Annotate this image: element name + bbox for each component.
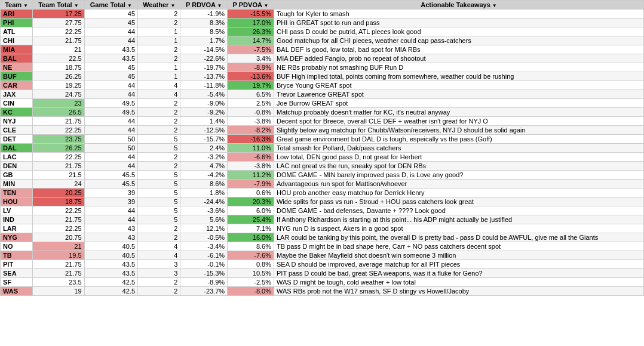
cell-team: NYJ xyxy=(1,117,33,126)
cell-team-total: 21.75 xyxy=(33,162,84,171)
cell-game-total: 44 xyxy=(84,215,137,224)
cell-team-total: 22.25 xyxy=(33,224,84,233)
cell-game-total: 44 xyxy=(84,36,137,45)
cell-team: TEN xyxy=(1,189,33,197)
cell-game-total: 40.5 xyxy=(84,251,137,260)
cell-weather: 4 xyxy=(138,251,180,260)
cell-weather: 3 xyxy=(138,260,180,269)
cell-weather: 4 xyxy=(138,90,180,99)
cell-team: NYG xyxy=(1,233,33,242)
table-row: ATL22.254418.5%26.3%CHI pass D could be … xyxy=(1,27,644,36)
cell-p-rdvoa: -1.9% xyxy=(180,10,228,18)
cell-game-total: 44 xyxy=(84,90,137,99)
cell-p-pdvoa: -2.5% xyxy=(228,278,274,287)
cell-game-total: 44 xyxy=(84,27,137,36)
cell-takeaway: Advantageous run spot for Mattison/whoev… xyxy=(274,180,643,189)
cell-takeaway: BUF High implied total, points coming fr… xyxy=(274,72,643,81)
cell-p-pdvoa: 6.5% xyxy=(228,90,274,99)
cell-team: LAR xyxy=(1,224,33,233)
table-row: PHI27.754528.3%17.0%PHI in GREAT spot to… xyxy=(1,18,644,27)
cell-game-total: 50 xyxy=(84,135,137,144)
dropdown-icon: ▼ xyxy=(264,3,269,8)
cell-game-total: 44 xyxy=(84,153,137,162)
cell-takeaway: DOME GAME - MIN barely improved pass D, … xyxy=(274,171,643,180)
cell-weather: 3 xyxy=(138,269,180,278)
cell-takeaway: Tough for Kyler to smash xyxy=(274,10,643,18)
cell-p-pdvoa: -8.9% xyxy=(228,63,274,72)
cell-team: GB xyxy=(1,171,33,180)
cell-p-pdvoa: 2.5% xyxy=(228,99,274,108)
cell-team-total: 22.25 xyxy=(33,153,84,162)
table-row: CLE22.25442-12.5%-8.2%Slightly below avg… xyxy=(1,126,644,135)
cell-team-total: 19.5 xyxy=(33,251,84,260)
col-header-team[interactable]: Team ▼ xyxy=(1,1,33,10)
cell-p-pdvoa: 11.2% xyxy=(228,171,274,180)
col-header-weather[interactable]: Weather ▼ xyxy=(138,1,180,10)
cell-p-pdvoa: -7.9% xyxy=(228,180,274,189)
col-header-teamTotal[interactable]: Team Total ▼ xyxy=(33,1,84,10)
cell-takeaway: TB pass D might be in bad shape here, Ca… xyxy=(274,242,643,251)
cell-p-rdvoa: 8.5% xyxy=(180,27,228,36)
cell-game-total: 50 xyxy=(84,144,137,153)
cell-team-total: 24 xyxy=(33,180,84,189)
cell-weather: 2 xyxy=(138,108,180,117)
col-header-pRdvoa[interactable]: P RDVOA ▼ xyxy=(180,1,228,10)
table-row: HOU18.75395-24.4%20.3%Wide splits for pa… xyxy=(1,197,644,206)
cell-team-total: 20.25 xyxy=(33,189,84,197)
cell-p-rdvoa: 2.4% xyxy=(180,144,228,153)
cell-p-rdvoa: 1.4% xyxy=(180,117,228,126)
table-row: NYG20.75432-0.5%16.0%LAR could be tankin… xyxy=(1,233,644,242)
col-header-gameTotal[interactable]: Game Total ▼ xyxy=(84,1,137,10)
cell-team: TB xyxy=(1,251,33,260)
cell-team: SF xyxy=(1,278,33,287)
table-row: CHI21.754411.7%14.7%Good matchup for all… xyxy=(1,36,644,45)
cell-team-total: 26.5 xyxy=(33,108,84,117)
cell-p-pdvoa: -16.3% xyxy=(228,135,274,144)
cell-game-total: 45 xyxy=(84,10,137,18)
cell-team-total: 21.75 xyxy=(33,215,84,224)
cell-game-total: 44 xyxy=(84,206,137,215)
cell-takeaway: Bryce Young GREAT spot xyxy=(274,81,643,90)
table-row: TEN20.253951.8%0.6%HOU prob another easy… xyxy=(1,189,644,197)
col-header-takeaway[interactable]: Actionable Takeaways ▼ xyxy=(274,1,643,10)
cell-p-pdvoa: 19.7% xyxy=(228,81,274,90)
cell-p-pdvoa: 0.8% xyxy=(228,260,274,269)
table-row: IND21.754455.6%25.4%If Anthony Richardso… xyxy=(1,215,644,224)
cell-team: KC xyxy=(1,108,33,117)
dropdown-icon: ▼ xyxy=(23,3,28,8)
col-header-pPdvoa[interactable]: P PDVOA ▼ xyxy=(228,1,274,10)
cell-team: LAC xyxy=(1,153,33,162)
cell-p-rdvoa: -24.4% xyxy=(180,197,228,206)
cell-team: HOU xyxy=(1,197,33,206)
cell-team: LV xyxy=(1,206,33,215)
cell-team: CAR xyxy=(1,81,33,90)
table-row: DET23.75505-15.7%-16.3%Great game enviro… xyxy=(1,135,644,144)
cell-p-rdvoa: 8.3% xyxy=(180,18,228,27)
table-row: MIN2445.558.6%-7.9%Advantageous run spot… xyxy=(1,180,644,189)
cell-p-rdvoa: -15.7% xyxy=(180,135,228,144)
cell-weather: 1 xyxy=(138,63,180,72)
cell-team: ATL xyxy=(1,27,33,36)
cell-weather: 5 xyxy=(138,171,180,180)
dropdown-icon: ▼ xyxy=(74,3,79,8)
cell-p-rdvoa: 12.1% xyxy=(180,224,228,233)
cell-p-pdvoa: -8.2% xyxy=(228,126,274,135)
cell-p-rdvoa: 5.6% xyxy=(180,215,228,224)
table-row: SEA21.7543.53-15.3%10.5%PIT pass D could… xyxy=(1,269,644,278)
table-row: LAR22.2543212.1%7.1%NYG run D is suspect… xyxy=(1,224,644,233)
cell-takeaway: HOU prob another easy matchup for Derric… xyxy=(274,189,643,197)
cell-game-total: 42.5 xyxy=(84,287,137,296)
cell-team-total: 23 xyxy=(33,99,84,108)
cell-game-total: 43.5 xyxy=(84,54,137,63)
cell-team: SEA xyxy=(1,269,33,278)
cell-weather: 1 xyxy=(138,36,180,45)
cell-team: IND xyxy=(1,215,33,224)
cell-team-total: 23.75 xyxy=(33,135,84,144)
table-row: NO2140.54-3.4%8.6%TB pass D might be in … xyxy=(1,242,644,251)
cell-weather: 2 xyxy=(138,126,180,135)
cell-weather: 4 xyxy=(138,242,180,251)
cell-game-total: 49.5 xyxy=(84,99,137,108)
cell-weather: 1 xyxy=(138,27,180,36)
cell-team-total: 19.25 xyxy=(33,81,84,90)
cell-team-total: 22.25 xyxy=(33,126,84,135)
